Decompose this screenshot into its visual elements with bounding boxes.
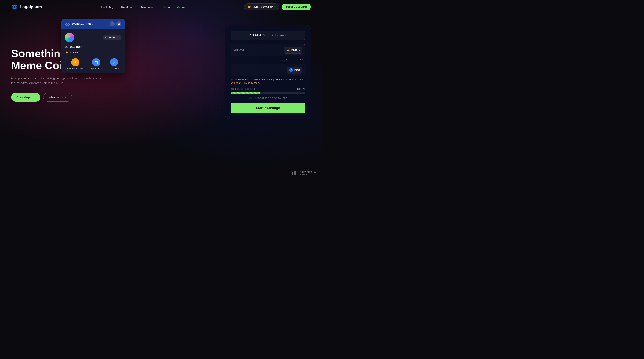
logo-text: Logoipsum bbox=[20, 4, 42, 9]
pinky-brand-name: Pinky Finance bbox=[299, 170, 316, 173]
whitepaper-button[interactable]: Whitepaper → bbox=[43, 93, 72, 102]
wc-logo-area: WalletConnect bbox=[65, 22, 92, 26]
bnb-label: BNB bbox=[292, 49, 297, 52]
nav-tokenomics[interactable]: Tokenomics bbox=[141, 6, 156, 8]
nav-team[interactable]: Team bbox=[163, 6, 170, 8]
wc-copy-label: Copy Address bbox=[90, 68, 102, 70]
wc-header: WalletConnect ? ✕ bbox=[62, 19, 125, 29]
pinky-text-group: Pinky Finance Finance bbox=[299, 170, 316, 176]
wc-action-chain[interactable]: BNB Smart Chain bbox=[67, 58, 84, 70]
send-input-section: You send BNB ▾ bbox=[230, 44, 306, 56]
svg-marker-8 bbox=[74, 60, 77, 63]
progress-fill bbox=[230, 92, 260, 94]
hero-buttons: Open dApp → Whitepaper → bbox=[11, 93, 218, 102]
connected-label: Connected bbox=[108, 36, 119, 39]
chain-label: BNB Smart Chain bbox=[252, 6, 273, 8]
wc-disconnect-icon bbox=[110, 58, 118, 66]
wc-avatar bbox=[65, 33, 74, 42]
wc-address: 0xF8...D842 bbox=[65, 45, 122, 49]
progress-percentage: 39.82% bbox=[297, 88, 306, 90]
wc-account-row: Connected bbox=[65, 33, 122, 42]
wc-connected-badge: Connected bbox=[103, 35, 122, 40]
svg-point-0 bbox=[12, 4, 18, 10]
purchased-text: YOU PURCHASED 0 BCC TOKENS bbox=[230, 97, 306, 100]
send-label-group: You send bbox=[234, 48, 244, 52]
connected-dot bbox=[105, 37, 106, 38]
chain-selector-button[interactable]: BNB Smart Chain ▾ bbox=[244, 3, 279, 10]
progress-meta: $15,363.3/$40,000,000 39.82% bbox=[230, 88, 306, 90]
navbar: Logoipsum How to buy Roadmap Tokenomics … bbox=[0, 0, 322, 14]
wc-balance-row: 0 BNB bbox=[65, 50, 122, 54]
logo-area[interactable]: Logoipsum bbox=[11, 4, 42, 10]
main-content: Something Better Th Meme Coin is simply … bbox=[0, 14, 322, 119]
wc-action-disconnect[interactable]: Disconnect bbox=[109, 58, 119, 70]
bnb-token-selector[interactable]: BNB ▾ bbox=[284, 46, 302, 54]
bnb-token-icon bbox=[286, 48, 290, 52]
warning-text: It looks like you don't have enough BNB … bbox=[230, 78, 306, 84]
progress-amount: $15,363.3/$40,000,000 bbox=[230, 88, 256, 90]
svg-marker-7 bbox=[66, 51, 68, 54]
walletconnect-popup: WalletConnect ? ✕ Connected 0xF8...D842 … bbox=[62, 19, 125, 74]
wc-actions: BNB Smart Chain Copy Address Disconne bbox=[65, 58, 122, 70]
bcc-label: BCC bbox=[294, 68, 300, 72]
wc-close-button[interactable]: ✕ bbox=[116, 21, 122, 26]
rate-text: 1 BDT = 142 ARTI bbox=[230, 58, 306, 61]
nav-how-to-buy[interactable]: How to buy bbox=[100, 6, 114, 8]
stage-number: 2 bbox=[264, 33, 266, 37]
stage-badge: STAGE 2 (10% Bonus) bbox=[230, 30, 306, 40]
logo-icon bbox=[11, 4, 18, 10]
nav-airdrop[interactable]: Airdrop bbox=[177, 6, 186, 8]
svg-marker-3 bbox=[248, 6, 251, 8]
stage-bonus: (10% Bonus) bbox=[267, 34, 286, 37]
pinky-brand-sub: Finance bbox=[299, 173, 316, 176]
hero-description: is simply dummy text of the printing and… bbox=[11, 76, 104, 85]
progress-section: $15,363.3/$40,000,000 39.82% bbox=[230, 88, 306, 94]
bcc-token-selector: BCC bbox=[286, 66, 302, 74]
walletconnect-logo-icon bbox=[65, 22, 70, 26]
bcc-icon bbox=[289, 68, 293, 72]
bnb-chain-icon bbox=[247, 5, 251, 9]
chain-chevron: ▾ bbox=[274, 6, 276, 8]
wallet-address-button[interactable]: 0xF86C...56D842 bbox=[282, 4, 311, 10]
wc-disconnect-label: Disconnect bbox=[109, 68, 119, 70]
exchange-widget: STAGE 2 (10% Bonus) You send BNB ▾ 1 BDT… bbox=[225, 25, 311, 119]
wc-chain-icon bbox=[71, 58, 80, 66]
svg-marker-4 bbox=[286, 49, 290, 52]
receive-section: BCC bbox=[230, 64, 306, 76]
open-dapp-button[interactable]: Open dApp → bbox=[11, 93, 40, 102]
exchange-button[interactable]: Start exchange bbox=[230, 103, 306, 113]
send-label: You send bbox=[234, 48, 244, 51]
bnb-chevron: ▾ bbox=[298, 49, 300, 52]
pinky-finance-icon bbox=[292, 170, 298, 176]
progress-bar bbox=[230, 92, 306, 94]
wc-title: WalletConnect bbox=[72, 22, 92, 26]
wc-header-actions: ? ✕ bbox=[110, 21, 122, 26]
wc-bnb-icon bbox=[65, 50, 69, 54]
nav-links: How to buy Roadmap Tokenomics Team Airdr… bbox=[100, 6, 186, 8]
nav-roadmap[interactable]: Roadmap bbox=[121, 6, 133, 8]
wc-body: Connected 0xF8...D842 0 BNB BNB Smart Ch… bbox=[62, 29, 125, 74]
wc-action-copy[interactable]: Copy Address bbox=[90, 58, 102, 70]
wc-copy-icon bbox=[92, 58, 100, 66]
svg-rect-9 bbox=[95, 62, 97, 64]
pinky-finance-brand: Pinky Finance Finance bbox=[292, 170, 316, 176]
wc-chain-label: BNB Smart Chain bbox=[67, 68, 84, 70]
stage-label: STAGE 2 (10% Bonus) bbox=[250, 33, 286, 37]
nav-right: BNB Smart Chain ▾ 0xF86C...56D842 bbox=[244, 3, 311, 10]
wc-balance: 0 BNB bbox=[70, 51, 78, 54]
wc-help-button[interactable]: ? bbox=[110, 21, 115, 26]
